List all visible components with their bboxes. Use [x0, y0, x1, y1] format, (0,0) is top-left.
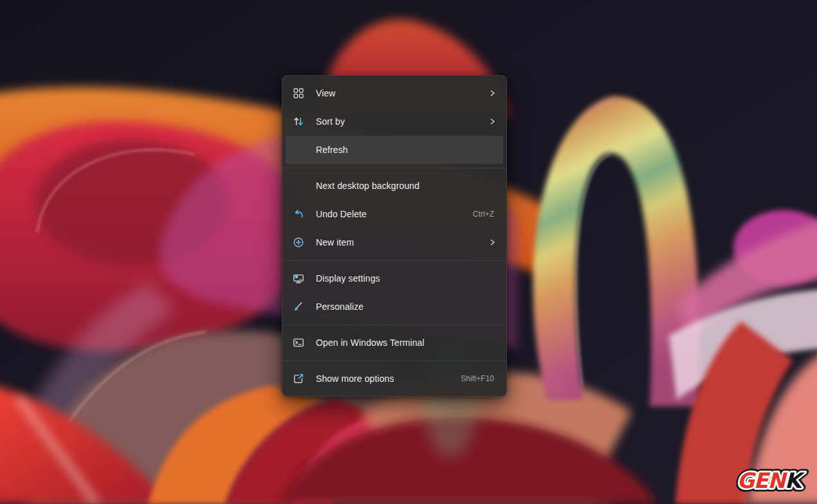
- menu-item-display-settings[interactable]: Display settings: [286, 264, 503, 292]
- desktop: View Sort by Refresh: [0, 0, 817, 504]
- menu-item-personalize[interactable]: Personalize: [286, 292, 503, 321]
- chevron-right-icon: [488, 238, 497, 247]
- paintbrush-icon: [292, 300, 305, 313]
- menu-item-label: Show more options: [316, 374, 461, 384]
- menu-item-show-more-options[interactable]: Show more options Shift+F10: [286, 364, 503, 393]
- sort-arrows-icon: [292, 115, 305, 128]
- menu-item-label: Next desktop background: [316, 181, 497, 191]
- view-grid-icon: [292, 87, 305, 100]
- menu-item-sort-by[interactable]: Sort by: [286, 107, 503, 136]
- menu-item-label: Personalize: [316, 302, 497, 312]
- menu-item-new-item[interactable]: New item: [286, 228, 503, 256]
- terminal-icon: [292, 336, 305, 349]
- plus-circle-icon: [292, 236, 305, 249]
- menu-separator: [282, 361, 506, 361]
- menu-item-label: New item: [316, 237, 488, 248]
- genk-watermark: GENK GENK GENK: [733, 462, 812, 498]
- blank-icon-space: [292, 143, 305, 156]
- shortcut-label: Ctrl+Z: [473, 210, 497, 219]
- menu-item-label: View: [316, 88, 488, 98]
- genk-logo-red-text: GEN: [736, 468, 790, 492]
- menu-item-undo-delete[interactable]: Undo Delete Ctrl+Z: [286, 200, 503, 228]
- menu-item-label: Display settings: [316, 273, 497, 284]
- expand-arrow-icon: [292, 372, 305, 385]
- menu-separator: [282, 325, 506, 325]
- genk-logo: GENK GENK GENK: [733, 462, 812, 498]
- menu-item-label: Sort by: [316, 116, 488, 127]
- menu-item-next-desktop-background[interactable]: Next desktop background: [286, 172, 503, 200]
- menu-item-label: Refresh: [316, 145, 497, 155]
- chevron-right-icon: [488, 117, 497, 126]
- menu-item-label: Open in Windows Terminal: [316, 338, 497, 348]
- blank-icon-space: [292, 179, 305, 192]
- menu-separator: [282, 260, 506, 261]
- display-icon: [292, 272, 305, 285]
- menu-item-open-in-windows-terminal[interactable]: Open in Windows Terminal: [286, 328, 503, 357]
- desktop-context-menu: View Sort by Refresh: [282, 75, 507, 397]
- shortcut-label: Shift+F10: [461, 374, 497, 383]
- menu-item-label: Undo Delete: [316, 209, 473, 219]
- menu-item-view[interactable]: View: [286, 79, 503, 107]
- menu-item-refresh[interactable]: Refresh: [286, 136, 503, 164]
- genk-logo-fill: GENK: [736, 468, 807, 492]
- chevron-right-icon: [488, 89, 497, 98]
- menu-separator: [282, 168, 506, 168]
- undo-icon: [292, 208, 305, 221]
